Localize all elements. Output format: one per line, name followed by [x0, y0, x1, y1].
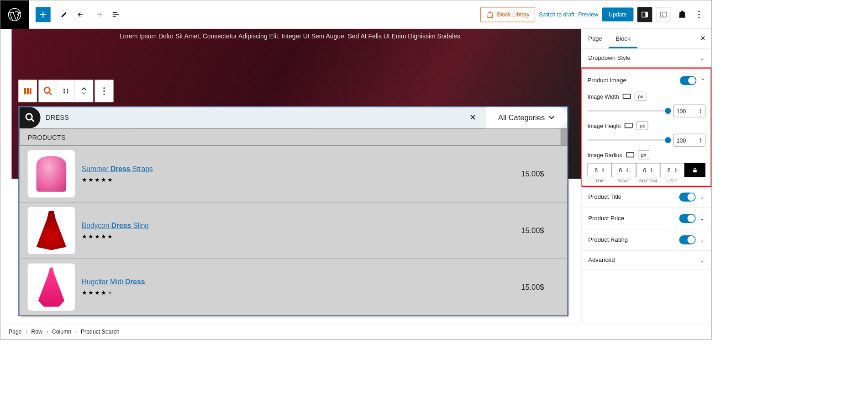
product-price: 15.00$ [521, 283, 559, 292]
breadcrumb-item[interactable]: Row [31, 328, 42, 334]
drag-handle-icon[interactable] [57, 80, 75, 102]
unit-selector[interactable]: px [637, 121, 648, 130]
chevron-down-icon: ⌄ [700, 257, 705, 263]
product-rating-toggle[interactable] [679, 235, 695, 244]
rating-stars: ★★★★★ [82, 233, 521, 240]
result-info: Bodycon Dress Sling ★★★★★ [82, 221, 521, 239]
product-image-toggle[interactable] [680, 76, 696, 85]
image-height-input[interactable]: 100▲▼ [673, 134, 705, 147]
section-product-price[interactable]: Product Price ⌄ [581, 208, 711, 229]
radius-lock-icon[interactable] [684, 163, 705, 177]
block-library-button[interactable]: Block Library [480, 7, 535, 22]
more-options-icon[interactable] [694, 7, 705, 22]
section-label: Advanced [588, 257, 615, 264]
settings-sidebar-toggle[interactable] [637, 7, 652, 22]
desktop-icon[interactable] [626, 152, 634, 157]
topbar-right-tools: Block Library Switch to draft Preview Up… [480, 7, 711, 22]
redo-icon[interactable] [91, 7, 106, 22]
svg-point-14 [67, 92, 68, 93]
product-title-link[interactable]: Bodycon Dress Sling [82, 221, 149, 229]
move-up-down[interactable] [75, 80, 93, 102]
svg-point-13 [67, 89, 68, 90]
parent-block-icon[interactable] [19, 80, 37, 102]
rating-stars: ★★★★★ [82, 176, 521, 183]
document-outline-icon[interactable] [108, 7, 123, 22]
image-width-input[interactable]: 100▲▼ [673, 105, 705, 117]
block-more-options-icon[interactable] [95, 80, 113, 102]
tab-block[interactable]: Block [609, 29, 637, 48]
radius-bottom-input[interactable]: 6▲▼ [636, 163, 660, 177]
breadcrumb-separator: › [26, 328, 27, 334]
desktop-icon[interactable] [623, 94, 631, 99]
section-label: Product Image [588, 77, 626, 84]
result-info: Hugcitar Midi Dress ★★★★★ [82, 278, 521, 296]
product-thumb [28, 263, 75, 310]
tab-page[interactable]: Page [581, 29, 609, 48]
radius-top-input[interactable]: 6▲▼ [588, 163, 612, 177]
section-dropdown-style[interactable]: Dropdown Style ⌄ [581, 49, 711, 68]
product-title-toggle[interactable] [679, 192, 695, 202]
editor-canvas[interactable]: Lorem Ipsum Dolor Sit Amet, Consectetur … [0, 29, 581, 324]
undo-icon[interactable] [74, 7, 89, 22]
edit-mode-icon[interactable] [57, 7, 72, 22]
product-title-link[interactable]: Hugcitar Midi Dress [82, 278, 145, 286]
topbar-left-tools [29, 7, 126, 22]
image-height-control: Image Height px 100▲▼ [586, 117, 707, 147]
breadcrumb-item[interactable]: Column [52, 328, 71, 334]
breadcrumb-item[interactable]: Page [9, 328, 22, 334]
search-submit-icon[interactable] [20, 107, 41, 128]
result-row[interactable]: Bodycon Dress Sling ★★★★★ 15.00$ [20, 202, 568, 259]
wopb-icon[interactable] [675, 7, 690, 22]
result-row[interactable]: Summer Dress Straps ★★★★★ 15.00$ [20, 145, 568, 202]
result-info: Summer Dress Straps ★★★★★ [82, 165, 521, 183]
label: Image Width [588, 93, 619, 100]
block-search-icon[interactable] [39, 80, 57, 102]
close-sidebar-icon[interactable]: ✕ [694, 34, 711, 42]
search-bar: DRESS ✕ All Categories [19, 107, 568, 129]
block-library-label: Block Library [497, 11, 530, 18]
radius-top-label: TOP [588, 179, 612, 183]
unit-selector[interactable]: px [635, 92, 646, 101]
styles-toggle-icon[interactable] [656, 7, 671, 22]
product-price: 15.00$ [521, 170, 559, 178]
product-title-link[interactable]: Summer Dress Straps [82, 165, 153, 172]
result-row[interactable]: Hugcitar Midi Dress ★★★★★ 15.00$ [20, 259, 568, 315]
clear-search-icon[interactable]: ✕ [466, 113, 480, 122]
svg-point-15 [63, 90, 65, 92]
svg-point-10 [44, 87, 50, 93]
label: Image Height [588, 122, 621, 129]
preview-button[interactable]: Preview [578, 11, 598, 18]
unit-selector[interactable]: px [638, 150, 649, 159]
product-price-toggle[interactable] [679, 214, 695, 223]
svg-point-6 [698, 16, 700, 18]
svg-point-17 [103, 87, 105, 89]
product-thumb [28, 150, 75, 197]
image-height-slider[interactable] [588, 139, 668, 141]
update-button[interactable]: Update [602, 7, 633, 21]
search-results-panel: PRODUCTS Summer Dress Straps ★★★★★ 15.00… [19, 128, 568, 315]
desktop-icon[interactable] [625, 123, 633, 128]
section-advanced[interactable]: Advanced ⌄ [581, 251, 711, 270]
chevron-down-icon: ⌄ [700, 55, 705, 61]
breadcrumb-item[interactable]: Product Search [81, 328, 120, 334]
radius-left-input[interactable]: 6▲▼ [660, 163, 684, 177]
chevron-up-icon[interactable]: ⌃ [701, 78, 705, 84]
editor-body: Lorem Ipsum Dolor Sit Amet, Consectetur … [0, 29, 711, 324]
chevron-down-icon: ⌄ [700, 194, 705, 200]
svg-rect-2 [645, 12, 647, 17]
section-product-rating[interactable]: Product Rating ⌄ [581, 229, 711, 251]
chevron-down-icon[interactable] [81, 91, 86, 95]
chevron-up-icon[interactable] [81, 87, 86, 90]
search-input-wrap[interactable]: DRESS ✕ [41, 107, 485, 128]
image-width-slider[interactable] [588, 110, 668, 111]
category-dropdown[interactable]: All Categories [485, 107, 567, 128]
image-width-control: Image Width px 100▲▼ [586, 88, 707, 117]
switch-to-draft-button[interactable]: Switch to draft [539, 11, 574, 18]
svg-point-18 [103, 90, 105, 92]
search-input[interactable]: DRESS [46, 114, 466, 122]
section-label: Dropdown Style [588, 55, 631, 62]
add-block-button[interactable] [36, 7, 51, 22]
radius-right-input[interactable]: 6▲▼ [612, 163, 636, 177]
wordpress-logo[interactable] [0, 0, 29, 28]
section-product-title[interactable]: Product Title ⌄ [581, 186, 711, 208]
